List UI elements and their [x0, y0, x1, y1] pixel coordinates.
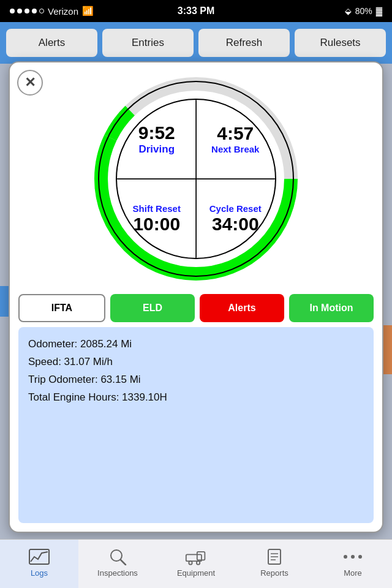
gauge-cyclereset-cell: Cycle Reset 34:00 [197, 179, 275, 258]
ifta-button[interactable]: IFTA [18, 294, 105, 322]
inspections-icon [107, 548, 129, 566]
tab-inspections[interactable]: Inspections [78, 540, 157, 588]
close-icon: ✕ [24, 75, 36, 91]
tab-more-label: More [344, 568, 362, 578]
tab-logs-label: Logs [31, 568, 48, 578]
nav-entries-button[interactable]: Entries [102, 29, 194, 57]
nextbreak-label: Next Break [211, 144, 259, 154]
battery-label: 80% [355, 6, 372, 16]
tab-reports[interactable]: Reports [235, 540, 314, 588]
more-icon [342, 548, 364, 566]
eld-button[interactable]: ELD [110, 294, 195, 322]
reports-icon [263, 548, 285, 566]
gauge-shiftreset-cell: Shift Reset 10:00 [118, 179, 197, 258]
shiftreset-label: Shift Reset [133, 203, 181, 214]
odometer-line: Odometer: 2085.24 Mi [28, 336, 364, 353]
gauge-wrapper: 9:52 Driving 4:57 Next Break Shift Reset… [92, 75, 300, 283]
inmotion-button[interactable]: In Motion [289, 294, 374, 322]
nav-alerts-button[interactable]: Alerts [6, 29, 97, 57]
signal-dots [10, 9, 44, 13]
tab-reports-label: Reports [260, 568, 288, 578]
svg-point-18 [344, 555, 347, 559]
tab-more[interactable]: More [314, 540, 392, 588]
svg-point-12 [189, 561, 192, 564]
cyclereset-time: 34:00 [212, 214, 259, 235]
bluetooth-icon: ⬙ [345, 6, 352, 16]
trip-odometer-line: Trip Odometer: 63.15 Mi [28, 371, 364, 389]
gauge-container: 9:52 Driving 4:57 Next Break Shift Reset… [10, 62, 382, 289]
shiftreset-time: 10:00 [133, 214, 180, 235]
engine-hours-line: Total Engine Hours: 1339.10H [28, 389, 364, 407]
nav-rulesets-button[interactable]: Rulesets [295, 29, 386, 57]
nav-refresh-button[interactable]: Refresh [198, 29, 290, 57]
wifi-icon: 📶 [82, 6, 94, 17]
action-buttons-row: IFTA ELD Alerts In Motion [10, 289, 382, 327]
modal-close-button[interactable]: ✕ [17, 70, 43, 96]
svg-rect-11 [197, 552, 205, 560]
status-left: Verizon 📶 [10, 6, 94, 17]
gauge-bottom-row: Shift Reset 10:00 Cycle Reset 34:00 [118, 179, 274, 258]
clock: 3:33 PM [178, 6, 214, 17]
tab-inspections-label: Inspections [97, 568, 138, 578]
equipment-icon [185, 548, 207, 566]
battery-icon: ▓ [376, 6, 382, 16]
gauge-nextbreak-cell: 4:57 Next Break [197, 100, 275, 179]
logs-icon [28, 548, 50, 566]
info-panel: Odometer: 2085.24 Mi Speed: 31.07 Mi/h T… [18, 327, 374, 523]
svg-point-19 [351, 555, 355, 559]
gauge-inner-content: 9:52 Driving 4:57 Next Break Shift Reset… [118, 100, 274, 257]
svg-point-20 [358, 555, 362, 559]
nextbreak-time: 4:57 [217, 124, 254, 143]
cyclereset-label: Cycle Reset [209, 203, 262, 214]
svg-point-13 [197, 561, 200, 564]
modal-overlay: ✕ [9, 61, 383, 533]
gauge-top-row: 9:52 Driving 4:57 Next Break [118, 100, 274, 179]
svg-line-9 [121, 560, 126, 565]
tab-bar: Logs Inspections Equipment [0, 539, 392, 588]
speed-line: Speed: 31.07 Mi/h [28, 353, 364, 371]
tab-logs[interactable]: Logs [0, 540, 78, 588]
tab-equipment[interactable]: Equipment [157, 540, 235, 588]
alerts-button[interactable]: Alerts [200, 294, 284, 322]
driving-label: Driving [138, 143, 175, 156]
top-nav: Alerts Entries Refresh Rulesets [0, 22, 392, 64]
tab-equipment-label: Equipment [177, 568, 215, 578]
status-right: ⬙ 80% ▓ [345, 6, 382, 16]
driving-time: 9:52 [138, 124, 175, 142]
carrier-label: Verizon [48, 6, 78, 17]
gauge-driving-cell: 9:52 Driving [118, 100, 197, 179]
status-bar: Verizon 📶 3:33 PM ⬙ 80% ▓ [0, 0, 392, 22]
